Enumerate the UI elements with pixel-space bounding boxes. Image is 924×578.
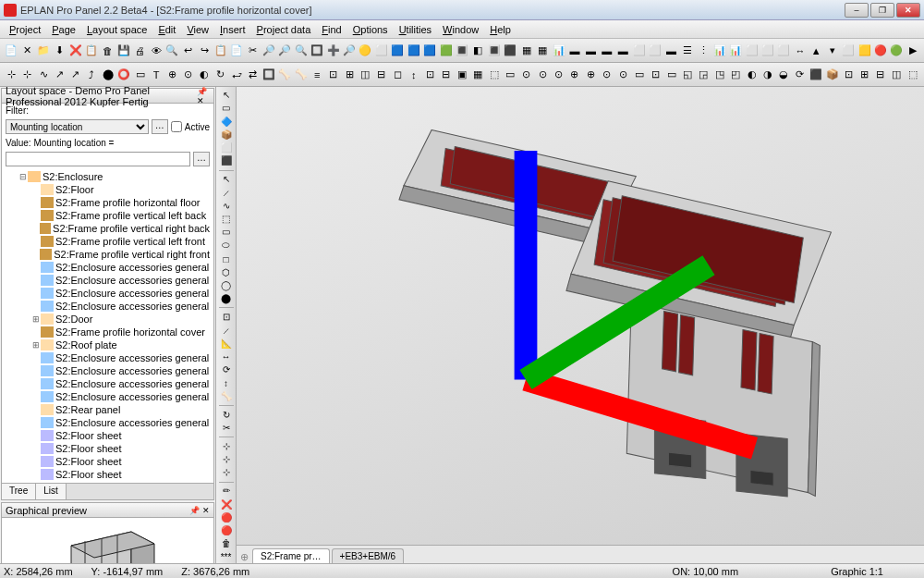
toolbar2-btn-4[interactable]: ↗	[68, 66, 83, 84]
toolbar1-btn-23[interactable]: ⬜	[374, 42, 389, 60]
toolbar1-btn-31[interactable]: ⬛	[503, 42, 517, 60]
toolbar2-btn-8[interactable]: ▭	[132, 66, 147, 84]
toolbar2-btn-48[interactable]: ◒	[776, 66, 791, 84]
vtoolbar-btn-15[interactable]: ◯	[218, 279, 235, 291]
toolbar1-btn-25[interactable]: 🟦	[407, 42, 421, 60]
toolbar2-btn-41[interactable]: ▭	[663, 66, 678, 84]
toolbar2-btn-23[interactable]: ⊟	[374, 66, 389, 84]
menu-project[interactable]: Project	[4, 22, 46, 37]
toolbar2-btn-30[interactable]: ⬚	[487, 66, 502, 84]
vtoolbar-btn-30[interactable]: ⊹	[218, 453, 235, 465]
menu-window[interactable]: Window	[437, 22, 484, 37]
toolbar2-btn-13[interactable]: ↻	[213, 66, 227, 84]
menu-view[interactable]: View	[181, 22, 214, 37]
vtoolbar-btn-23[interactable]: ↕	[218, 376, 235, 388]
toolbar2-btn-38[interactable]: ⊙	[615, 66, 630, 84]
toolbar1-btn-36[interactable]: ▬	[583, 42, 598, 60]
toolbar1-btn-24[interactable]: 🟦	[390, 42, 405, 60]
toolbar1-btn-12[interactable]: ↪	[197, 42, 212, 60]
preview-pin-icon[interactable]: 📌 ✕	[189, 506, 210, 515]
toolbar1-btn-26[interactable]: 🟦	[422, 42, 437, 60]
toolbar1-btn-45[interactable]: 📊	[728, 42, 743, 60]
tree-node-0[interactable]: ⊟S2:Enclosure	[4, 170, 212, 183]
tree-node-7[interactable]: S2:Enclosure accessories general	[4, 261, 212, 274]
toolbar2-btn-10[interactable]: ⊕	[164, 66, 179, 84]
toolbar1-btn-6[interactable]: 🗑	[101, 42, 116, 60]
value-input[interactable]	[6, 152, 190, 166]
toolbar2-btn-37[interactable]: ⊙	[600, 66, 614, 84]
tree-node-22[interactable]: S2:Floor sheet	[4, 455, 212, 468]
tab-list[interactable]: List	[36, 484, 67, 499]
toolbar2-btn-26[interactable]: ⊡	[422, 66, 437, 84]
vtoolbar-btn-13[interactable]: □	[218, 252, 235, 264]
tree-node-13[interactable]: ⊞S2:Roof plate	[4, 338, 212, 351]
toolbar2-btn-46[interactable]: ◐	[744, 66, 759, 84]
toolbar2-btn-27[interactable]: ⊟	[438, 66, 453, 84]
value-browse-button[interactable]: …	[193, 152, 210, 166]
vtoolbar-btn-18[interactable]: ⊡	[218, 311, 235, 323]
active-checkbox[interactable]	[171, 121, 182, 132]
toolbar2-btn-25[interactable]: ↕	[407, 66, 421, 84]
menu-page[interactable]: Page	[46, 22, 81, 37]
toolbar1-btn-41[interactable]: ▬	[663, 42, 678, 60]
toolbar2-btn-14[interactable]: ⮐	[229, 66, 244, 84]
toolbar1-btn-15[interactable]: ✂	[245, 42, 260, 60]
toolbar2-btn-34[interactable]: ⊙	[551, 66, 565, 84]
tree-node-15[interactable]: S2:Enclosure accessories general	[4, 364, 212, 377]
tree-node-4[interactable]: S2:Frame profile vertical right back	[4, 222, 212, 235]
vtoolbar-btn-12[interactable]: ⬭	[218, 239, 235, 252]
toolbar2-btn-45[interactable]: ◰	[728, 66, 743, 84]
toolbar1-btn-18[interactable]: 🔍	[294, 42, 309, 60]
vtoolbar-btn-22[interactable]: ⟳	[218, 363, 235, 375]
tree-node-16[interactable]: S2:Enclosure accessories general	[4, 377, 212, 390]
toolbar2-btn-33[interactable]: ⊙	[535, 66, 550, 84]
vtoolbar-btn-36[interactable]: 🔴	[218, 524, 235, 536]
toolbar1-btn-27[interactable]: 🟩	[438, 42, 453, 60]
toolbar1-btn-9[interactable]: 👁	[149, 42, 164, 60]
toolbar1-btn-13[interactable]: 📋	[213, 42, 227, 60]
toolbar1-btn-2[interactable]: 📁	[36, 42, 51, 60]
toolbar2-btn-22[interactable]: ◫	[358, 66, 372, 84]
toolbar1-btn-47[interactable]: ⬜	[760, 42, 775, 60]
vtoolbar-btn-10[interactable]: ⬚	[218, 213, 235, 225]
vtoolbar-btn-2[interactable]: 🔷	[218, 116, 235, 128]
toolbar1-btn-30[interactable]: 🔳	[487, 42, 502, 60]
tree-node-17[interactable]: S2:Enclosure accessories general	[4, 390, 212, 403]
toolbar2-btn-31[interactable]: ▭	[503, 66, 517, 84]
toolbar1-btn-11[interactable]: ↩	[181, 42, 196, 60]
toolbar2-btn-3[interactable]: ↗	[52, 66, 67, 84]
toolbar2-btn-40[interactable]: ⊡	[648, 66, 663, 84]
viewport-tab-1[interactable]: +EB3+EBM/6	[332, 548, 405, 563]
vtoolbar-btn-33[interactable]: ✏	[218, 485, 235, 497]
toolbar2-btn-7[interactable]: ⭕	[116, 66, 131, 84]
toolbar1-btn-20[interactable]: ➕	[325, 42, 340, 60]
vtoolbar-btn-29[interactable]: ⊹	[218, 440, 235, 452]
vtoolbar-btn-1[interactable]: ▭	[218, 102, 235, 114]
toolbar2-btn-53[interactable]: ⊞	[857, 66, 871, 84]
tree-node-23[interactable]: S2:Floor sheet	[4, 468, 212, 481]
vtoolbar-btn-16[interactable]: ⬤	[218, 292, 235, 304]
vtoolbar-btn-7[interactable]: ↖	[218, 173, 235, 185]
vtoolbar-btn-24[interactable]: 🦴	[218, 390, 235, 402]
toolbar2-btn-21[interactable]: ⊞	[342, 66, 357, 84]
tree-node-11[interactable]: ⊞S2:Door	[4, 313, 212, 326]
tree-node-18[interactable]: S2:Rear panel	[4, 403, 212, 416]
vtoolbar-btn-20[interactable]: 📐	[218, 338, 235, 350]
3d-canvas[interactable]	[237, 87, 924, 545]
toolbar1-btn-8[interactable]: 🖨	[132, 42, 147, 60]
toolbar1-btn-53[interactable]: 🟨	[857, 42, 871, 60]
toolbar2-btn-5[interactable]: ⤴	[84, 66, 99, 84]
toolbar2-btn-15[interactable]: ⇄	[245, 66, 260, 84]
toolbar1-btn-44[interactable]: 📊	[712, 42, 727, 60]
tree-node-20[interactable]: S2:Floor sheet	[4, 429, 212, 442]
toolbar2-btn-44[interactable]: ◳	[712, 66, 727, 84]
toolbar1-btn-50[interactable]: ▲	[808, 42, 823, 60]
vtoolbar-btn-35[interactable]: 🔴	[218, 511, 235, 523]
toolbar2-btn-19[interactable]: ≡	[310, 66, 324, 84]
toolbar2-btn-11[interactable]: ⊙	[181, 66, 196, 84]
toolbar2-btn-20[interactable]: ⊡	[325, 66, 340, 84]
filter-browse-button[interactable]: …	[152, 119, 168, 134]
toolbar2-btn-28[interactable]: ▣	[455, 66, 469, 84]
vtoolbar-btn-21[interactable]: ↔	[218, 350, 235, 363]
tree-node-2[interactable]: S2:Frame profile horizontal floor	[4, 196, 212, 209]
